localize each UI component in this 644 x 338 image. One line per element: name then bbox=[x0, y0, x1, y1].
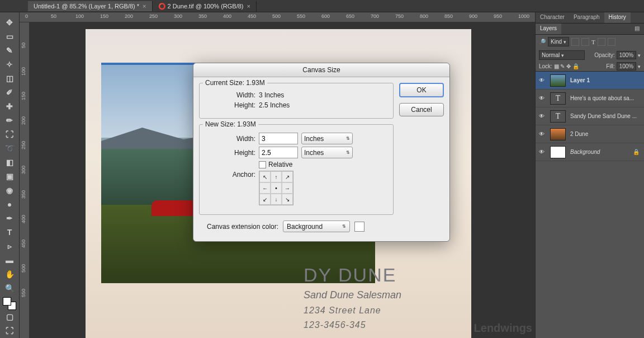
blur-tool-icon[interactable]: ◉ bbox=[3, 184, 16, 196]
filter-shape-icon[interactable] bbox=[598, 38, 605, 46]
visibility-icon[interactable]: 👁 bbox=[538, 113, 546, 119]
blend-mode-select[interactable]: Normal bbox=[539, 50, 585, 60]
lock-icon: 🔒 bbox=[633, 149, 640, 155]
pen-tool-icon[interactable]: ✒ bbox=[3, 212, 16, 224]
filter-pixel-icon[interactable] bbox=[571, 38, 579, 46]
gradient-tool-icon[interactable]: ▣ bbox=[3, 170, 16, 182]
tab-paragraph[interactable]: Paragraph bbox=[569, 12, 604, 23]
layer-row[interactable]: 👁 T Sandy Dune Sand Dune ... bbox=[536, 107, 644, 125]
type-layer-icon: T bbox=[550, 92, 566, 105]
lock-paint-icon[interactable]: ✎ bbox=[560, 63, 565, 69]
fill-field[interactable]: 100% bbox=[617, 62, 637, 71]
panel-menu-icon[interactable]: ▤ bbox=[630, 24, 644, 34]
ext-color-select[interactable]: Background bbox=[283, 220, 350, 232]
visibility-icon[interactable]: 👁 bbox=[538, 131, 546, 137]
move-tool-icon[interactable]: ✥ bbox=[3, 17, 16, 29]
cancel-button[interactable]: Cancel bbox=[399, 103, 444, 116]
shape-tool-icon[interactable]: ▬ bbox=[3, 254, 16, 266]
anchor-e-icon[interactable]: → bbox=[282, 182, 293, 194]
path-tool-icon[interactable]: ▹ bbox=[3, 240, 16, 252]
anchor-grid[interactable]: ↖↑↗ ←•→ ↙↓↘ bbox=[259, 171, 293, 205]
lock-all-icon[interactable]: 🔒 bbox=[572, 63, 579, 69]
cur-width-label: Width: bbox=[205, 91, 259, 99]
crop-tool-icon[interactable]: ◫ bbox=[3, 73, 16, 84]
visibility-icon[interactable]: 👁 bbox=[538, 77, 546, 83]
lock-move-icon[interactable]: ✥ bbox=[566, 63, 571, 69]
eraser-tool-icon[interactable]: ◧ bbox=[3, 157, 16, 168]
visibility-icon[interactable]: 👁 bbox=[538, 95, 546, 101]
relative-label: Relative bbox=[268, 161, 292, 168]
layers-list: 👁 Layer 1 👁 T Here's a quote about sa...… bbox=[536, 71, 644, 161]
anchor-w-icon[interactable]: ← bbox=[259, 182, 271, 194]
dirty-icon: ⭕ bbox=[158, 3, 166, 10]
hand-tool-icon[interactable]: ✋ bbox=[3, 268, 16, 280]
anchor-ne-icon[interactable]: ↗ bbox=[282, 171, 293, 182]
marquee-tool-icon[interactable]: ▭ bbox=[3, 31, 16, 43]
height-label: Height: bbox=[205, 149, 259, 157]
filter-adjust-icon[interactable] bbox=[581, 38, 589, 46]
tools-panel: ✥ ▭ ✎ ✧ ◫ ✐ ✚ ✏ ⛶ ➰ ◧ ▣ ◉ ● ✒ T ▹ ▬ ✋ 🔍 … bbox=[0, 12, 20, 338]
relative-checkbox[interactable] bbox=[259, 161, 266, 168]
width-label: Width: bbox=[205, 135, 259, 143]
card-address: 1234 Street Lane bbox=[304, 306, 460, 316]
lasso-tool-icon[interactable]: ✎ bbox=[3, 45, 16, 57]
layer-row[interactable]: 👁 Background 🔒 bbox=[536, 143, 644, 161]
tab-history[interactable]: History bbox=[604, 12, 631, 23]
anchor-se-icon[interactable]: ↘ bbox=[282, 194, 293, 205]
anchor-center-icon[interactable]: • bbox=[271, 182, 282, 194]
chevron-down-icon[interactable] bbox=[638, 52, 641, 58]
dodge-tool-icon[interactable]: ● bbox=[3, 198, 16, 210]
type-layer-icon: T bbox=[550, 110, 566, 123]
layer-thumb bbox=[550, 74, 566, 87]
height-unit-select[interactable]: Inches bbox=[301, 147, 353, 158]
history-brush-icon[interactable]: ➰ bbox=[3, 143, 16, 154]
brush-tool-icon[interactable]: ✏ bbox=[3, 115, 16, 126]
ok-button[interactable]: OK bbox=[399, 83, 444, 97]
zoom-tool-icon[interactable]: 🔍 bbox=[3, 282, 16, 294]
visibility-icon[interactable]: 👁 bbox=[538, 149, 546, 155]
cur-width-value: 3 Inches bbox=[259, 91, 284, 99]
anchor-n-icon[interactable]: ↑ bbox=[271, 171, 282, 182]
quickmask-icon[interactable]: ▢ bbox=[3, 311, 16, 323]
filter-smart-icon[interactable] bbox=[608, 38, 615, 46]
height-input[interactable] bbox=[259, 147, 298, 158]
new-size-group: New Size: 1.93M Width: Inches Height: In… bbox=[199, 124, 394, 215]
lock-trans-icon[interactable]: ▦ bbox=[554, 63, 559, 69]
color-well[interactable] bbox=[354, 222, 364, 232]
card-subtitle: Sand Dune Salesman bbox=[304, 289, 460, 301]
tab-layers[interactable]: Layers bbox=[536, 24, 561, 34]
anchor-sw-icon[interactable]: ↙ bbox=[259, 194, 271, 205]
document-tab[interactable]: ⭕ 2 Dune.tif @ 100% (RGB/8)× bbox=[153, 1, 257, 12]
doc-tab-label: Untitled-1 @ 85.2% (Layer 1, RGB/8) * bbox=[34, 3, 139, 10]
ruler-horizontal: 0 50 100 150 200 250 300 350 400 450 500… bbox=[20, 12, 535, 22]
layer-thumb bbox=[550, 146, 566, 158]
color-swatch[interactable] bbox=[3, 297, 16, 310]
layer-row[interactable]: 👁 T Here's a quote about sa... bbox=[536, 90, 644, 107]
close-icon[interactable]: × bbox=[247, 3, 250, 10]
screenmode-icon[interactable]: ⛶ bbox=[3, 325, 16, 337]
close-icon[interactable]: × bbox=[143, 3, 146, 10]
current-size-legend: Current Size: 1.93M bbox=[203, 79, 267, 87]
filter-type-icon[interactable]: T bbox=[591, 39, 595, 45]
filter-kind-select[interactable]: Kind bbox=[548, 37, 569, 46]
anchor-s-icon[interactable]: ↓ bbox=[271, 194, 282, 205]
layer-row[interactable]: 👁 2 Dune bbox=[536, 125, 644, 143]
stamp-tool-icon[interactable]: ⛶ bbox=[3, 129, 16, 140]
width-input[interactable] bbox=[259, 133, 298, 144]
doc-tab-label: 2 Dune.tif @ 100% (RGB/8) bbox=[168, 3, 244, 10]
type-tool-icon[interactable]: T bbox=[3, 226, 16, 238]
eyedropper-tool-icon[interactable]: ✐ bbox=[3, 87, 16, 98]
cur-height-value: 2.5 Inches bbox=[259, 101, 290, 109]
chevron-down-icon[interactable] bbox=[638, 63, 641, 69]
layer-name: Layer 1 bbox=[570, 77, 590, 83]
panels-right: Character Paragraph History Layers ▤ 🔎 K… bbox=[535, 12, 644, 338]
width-unit-select[interactable]: Inches bbox=[301, 133, 353, 144]
opacity-field[interactable]: 100% bbox=[617, 51, 637, 59]
anchor-nw-icon[interactable]: ↖ bbox=[259, 171, 271, 182]
heal-tool-icon[interactable]: ✚ bbox=[3, 101, 16, 112]
wand-tool-icon[interactable]: ✧ bbox=[3, 59, 16, 71]
layer-row[interactable]: 👁 Layer 1 bbox=[536, 72, 644, 90]
tab-character[interactable]: Character bbox=[536, 12, 569, 23]
document-tab[interactable]: Untitled-1 @ 85.2% (Layer 1, RGB/8) *× bbox=[28, 1, 153, 11]
current-size-group: Current Size: 1.93M Width:3 Inches Heigh… bbox=[199, 83, 394, 119]
